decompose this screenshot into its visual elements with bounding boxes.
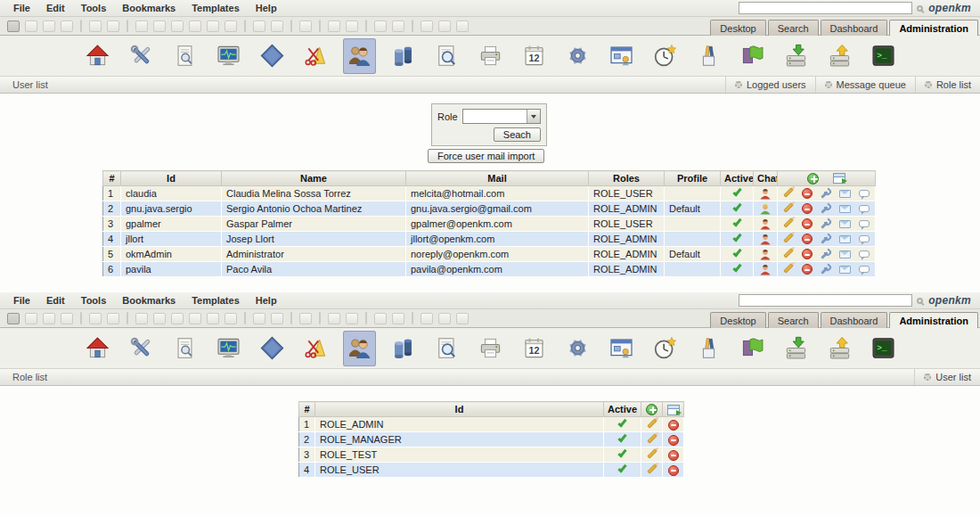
- scheduler-icon[interactable]: [649, 38, 682, 74]
- administration-tab[interactable]: Administration: [889, 20, 978, 36]
- menu-item[interactable]: File: [5, 293, 38, 308]
- chevron-down-icon[interactable]: [527, 110, 540, 123]
- preview-icon[interactable]: [430, 38, 463, 74]
- remove-property-group-icon[interactable]: [271, 313, 283, 324]
- user-config-icon[interactable]: [821, 188, 832, 200]
- find-icon[interactable]: [7, 313, 20, 324]
- unlock-icon[interactable]: [107, 313, 119, 324]
- menu-item[interactable]: Templates: [184, 1, 248, 15]
- mail-user-icon[interactable]: [839, 220, 851, 228]
- split-window-icon[interactable]: [421, 313, 433, 324]
- delete-user-icon[interactable]: [802, 264, 813, 275]
- edit-role-icon[interactable]: [647, 433, 657, 443]
- delete-user-icon[interactable]: [802, 203, 813, 214]
- doc-convert-icon[interactable]: [43, 21, 55, 32]
- add-subscription-icon[interactable]: [328, 313, 340, 324]
- workflow-icon[interactable]: [605, 38, 638, 74]
- stationery-icon[interactable]: [692, 38, 725, 74]
- edit-role-icon[interactable]: [647, 448, 657, 458]
- message-queue-button[interactable]: Message queue: [815, 77, 915, 93]
- role-row[interactable]: 3 ROLE_TEST: [299, 447, 684, 463]
- mail-user-icon[interactable]: [839, 190, 851, 198]
- edit-user-icon[interactable]: [783, 233, 793, 242]
- search-button[interactable]: Seach: [494, 127, 541, 142]
- delete-user-icon[interactable]: [802, 249, 813, 259]
- edit-role-icon[interactable]: [647, 418, 657, 428]
- monitor-icon[interactable]: [212, 38, 245, 74]
- doc-download-icon[interactable]: [25, 21, 37, 32]
- delete-user-icon[interactable]: [802, 218, 813, 229]
- home-icon[interactable]: [81, 38, 114, 74]
- menu-item[interactable]: Help: [248, 1, 285, 15]
- logged-users-button[interactable]: Logged users: [725, 77, 815, 93]
- backup-icon[interactable]: [823, 38, 856, 74]
- menu-item[interactable]: Bookmarks: [114, 293, 184, 308]
- message-user-icon[interactable]: [859, 220, 870, 227]
- role-row[interactable]: 1 ROLE_ADMIN: [299, 417, 684, 432]
- print-icon[interactable]: [61, 21, 73, 32]
- doc-checkin-icon[interactable]: [189, 21, 201, 32]
- user-config-icon[interactable]: [821, 218, 832, 230]
- message-user-icon[interactable]: [859, 205, 870, 212]
- tools-icon[interactable]: [125, 38, 158, 74]
- delete-user-icon[interactable]: [802, 188, 813, 199]
- mail-user-icon[interactable]: [839, 250, 851, 258]
- desktop-tab[interactable]: Desktop: [710, 312, 765, 328]
- console-icon[interactable]: [867, 331, 900, 366]
- tools-icon[interactable]: [125, 331, 158, 366]
- delete-icon[interactable]: [225, 21, 237, 32]
- cut-config-icon[interactable]: [299, 38, 332, 74]
- menu-item[interactable]: Tools: [73, 1, 115, 15]
- scheduler-icon[interactable]: [649, 331, 682, 366]
- user-row[interactable]: 1 claudia Claudia Melina Sossa Torrez me…: [103, 186, 876, 201]
- search-tab[interactable]: Search: [768, 20, 819, 36]
- search-icon[interactable]: [917, 5, 923, 12]
- start-workflow-icon[interactable]: [299, 313, 312, 324]
- backup-icon[interactable]: [823, 331, 856, 366]
- start-workflow-icon[interactable]: [299, 21, 312, 32]
- search-tab[interactable]: Search: [768, 312, 819, 328]
- doc-add-icon[interactable]: [153, 313, 166, 324]
- message-user-icon[interactable]: [859, 266, 870, 273]
- user-config-icon[interactable]: [821, 203, 832, 215]
- restore-icon[interactable]: [780, 38, 813, 74]
- user-row[interactable]: 3 gpalmer Gaspar Palmer gpalmer@openkm.c…: [103, 217, 876, 232]
- edit-user-icon[interactable]: [783, 248, 793, 258]
- role-select[interactable]: [462, 109, 541, 124]
- home-icon[interactable]: [81, 331, 114, 366]
- database-icon[interactable]: [387, 38, 420, 74]
- user-config-icon[interactable]: [821, 264, 832, 275]
- export-roles-icon[interactable]: [667, 405, 680, 415]
- delete-role-icon[interactable]: [668, 435, 679, 446]
- restore-icon[interactable]: [780, 331, 813, 366]
- mail-user-icon[interactable]: [839, 266, 851, 274]
- administration-tab[interactable]: Administration: [889, 312, 978, 328]
- user-list-button[interactable]: User list: [914, 369, 980, 385]
- preview-icon[interactable]: [430, 331, 463, 366]
- delete-user-icon[interactable]: [802, 234, 813, 244]
- settings-icon[interactable]: [561, 38, 594, 74]
- console-icon[interactable]: [867, 38, 900, 74]
- menu-item[interactable]: Help: [248, 293, 285, 308]
- statistics-icon[interactable]: [256, 331, 289, 366]
- folder-add-icon[interactable]: [135, 313, 148, 324]
- unlock-icon[interactable]: [107, 21, 119, 32]
- edit-user-icon[interactable]: [783, 187, 793, 197]
- role-row[interactable]: 4 ROLE_USER: [299, 463, 684, 478]
- doc-checkout-icon[interactable]: [171, 21, 184, 32]
- search-input[interactable]: [739, 2, 912, 14]
- menu-item[interactable]: Edit: [38, 1, 73, 15]
- export-users-icon[interactable]: [833, 173, 845, 184]
- remove-subscription-icon[interactable]: [346, 313, 358, 324]
- statistics-icon[interactable]: [256, 38, 289, 74]
- user-row[interactable]: 4 jllort Josep Llort jllort@openkm.com R…: [103, 232, 876, 247]
- desktop-tab[interactable]: Desktop: [710, 20, 765, 36]
- search-icon[interactable]: [917, 298, 923, 304]
- edit-user-icon[interactable]: [783, 202, 793, 212]
- monitor-icon[interactable]: [212, 331, 245, 366]
- menu-item[interactable]: File: [5, 1, 38, 15]
- calendar-icon[interactable]: [518, 38, 551, 74]
- role-list-button[interactable]: Role list: [915, 77, 980, 93]
- delete-role-icon[interactable]: [668, 450, 679, 461]
- users-icon[interactable]: [343, 38, 376, 74]
